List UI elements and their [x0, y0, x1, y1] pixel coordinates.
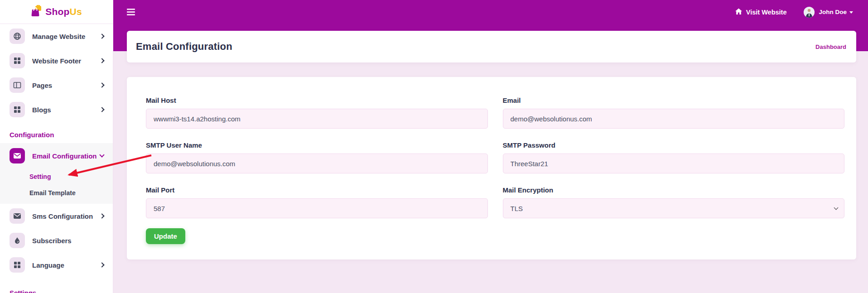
- email-label: Email: [503, 96, 845, 104]
- smtp-password-label: SMTP Password: [503, 141, 845, 149]
- field-email: Email: [503, 96, 845, 129]
- sidebar-item-label: Subscribers: [32, 237, 104, 245]
- email-config-form: Mail Host Email SMTP User Name SMTP Pass…: [127, 77, 856, 259]
- page-header: Email Configuration Dashboard: [127, 31, 856, 62]
- main-area: Visit Website John Doe Email Configurati…: [113, 0, 868, 293]
- sidebar-item-label: Blogs: [32, 106, 100, 114]
- envelope-icon: [10, 208, 25, 224]
- brand-name: ShopUs: [45, 6, 82, 17]
- field-smtp-password: SMTP Password: [503, 141, 845, 173]
- email-configuration-group: Email Configuration Setting Email Templa…: [0, 143, 113, 204]
- sidebar-subitem-setting[interactable]: Setting: [0, 168, 113, 185]
- sidebar-section-configuration: Configuration: [0, 122, 113, 143]
- sidebar-item-label: Sms Configuration: [32, 212, 100, 220]
- sidebar: ShopUs Manage Website Website Footer Pag…: [0, 0, 113, 293]
- page-title: Email Configuration: [136, 41, 232, 53]
- grid-icon: [10, 102, 25, 117]
- mail-encryption-select[interactable]: TLS: [503, 198, 845, 218]
- home-icon: [735, 8, 743, 16]
- visit-website-label: Visit Website: [746, 9, 787, 16]
- field-mail-encryption: Mail Encryption TLS: [503, 186, 845, 218]
- smtp-user-name-input[interactable]: [146, 154, 488, 173]
- sidebar-item-label: Pages: [32, 82, 100, 89]
- chevron-right-icon: [99, 34, 104, 38]
- sidebar-item-subscribers[interactable]: Subscribers: [0, 228, 113, 253]
- globe-icon: [10, 29, 25, 44]
- sidebar-item-label: Website Footer: [32, 57, 100, 65]
- sidebar-item-pages[interactable]: Pages: [0, 73, 113, 97]
- brand-logo[interactable]: ShopUs: [0, 0, 113, 24]
- mail-encryption-label: Mail Encryption: [503, 186, 845, 194]
- sidebar-item-blogs[interactable]: Blogs: [0, 97, 113, 122]
- mail-host-label: Mail Host: [146, 96, 488, 104]
- mail-encryption-value: TLS: [511, 205, 523, 212]
- sidebar-subitem-email-template[interactable]: Email Template: [0, 185, 113, 201]
- shopping-bag-lock-icon: [31, 5, 43, 19]
- sub-link-label: Setting: [29, 173, 51, 180]
- update-button[interactable]: Update: [146, 228, 185, 244]
- sidebar-item-manage-website[interactable]: Manage Website: [0, 24, 113, 48]
- mail-port-input[interactable]: [146, 198, 488, 218]
- sidebar-item-label: Manage Website: [32, 33, 100, 40]
- grid-icon: [10, 53, 25, 68]
- avatar: [804, 7, 815, 18]
- field-smtp-user-name: SMTP User Name: [146, 141, 488, 173]
- sidebar-item-sms-configuration[interactable]: Sms Configuration: [0, 204, 113, 228]
- sidebar-toggle-button[interactable]: [127, 9, 135, 15]
- email-input[interactable]: [503, 109, 845, 129]
- user-name: John Doe: [819, 9, 847, 15]
- sub-link-label: Email Template: [29, 189, 76, 197]
- mail-port-label: Mail Port: [146, 186, 488, 194]
- droplet-icon: [10, 233, 25, 248]
- sidebar-item-label: Email Configuration: [32, 152, 100, 160]
- chevron-right-icon: [99, 82, 104, 87]
- columns-icon: [10, 77, 25, 93]
- grid-icon: [10, 257, 25, 273]
- sidebar-item-language[interactable]: Language: [0, 253, 113, 277]
- smtp-password-input[interactable]: [503, 154, 845, 173]
- chevron-right-icon: [99, 213, 104, 218]
- envelope-icon: [10, 148, 25, 163]
- sidebar-item-website-footer[interactable]: Website Footer: [0, 48, 113, 73]
- chevron-down-icon: [99, 152, 104, 157]
- select-caret-icon: [834, 206, 839, 210]
- field-mail-host: Mail Host: [146, 96, 488, 129]
- sidebar-section-settings: Settings: [0, 277, 113, 293]
- smtp-user-name-label: SMTP User Name: [146, 141, 488, 149]
- user-menu[interactable]: John Doe: [804, 7, 853, 18]
- app-root: ShopUs Manage Website Website Footer Pag…: [0, 0, 868, 293]
- chevron-right-icon: [99, 107, 104, 112]
- field-mail-port: Mail Port: [146, 186, 488, 218]
- chevron-right-icon: [99, 262, 104, 267]
- sidebar-item-email-configuration[interactable]: Email Configuration: [0, 143, 113, 168]
- chevron-right-icon: [99, 58, 104, 63]
- sidebar-item-label: Language: [32, 261, 100, 269]
- visit-website-link[interactable]: Visit Website: [735, 8, 787, 16]
- mail-host-input[interactable]: [146, 109, 488, 129]
- breadcrumb-dashboard-link[interactable]: Dashboard: [815, 43, 846, 50]
- caret-down-icon: [849, 11, 853, 14]
